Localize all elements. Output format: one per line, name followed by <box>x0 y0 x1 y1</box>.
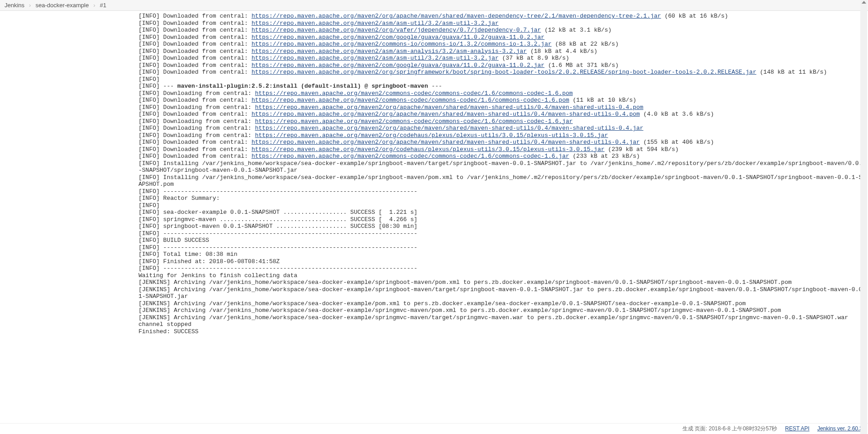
log-line: [INFO] Downloaded from central: https://… <box>138 153 868 160</box>
log-line: [JENKINS] Archiving /var/jenkins_home/wo… <box>138 307 868 314</box>
download-url[interactable]: https://repo.maven.apache.org/maven2/org… <box>255 132 608 139</box>
log-line: [INFO] Installing /var/jenkins_home/work… <box>138 160 868 174</box>
download-url[interactable]: https://repo.maven.apache.org/maven2/asm… <box>252 20 499 27</box>
log-line: [INFO] BUILD SUCCESS <box>138 237 868 244</box>
log-line: [INFO] ---------------------------------… <box>138 265 868 272</box>
download-url[interactable]: https://repo.maven.apache.org/maven2/com… <box>252 34 545 41</box>
log-line: [INFO] springboot-maven 0.0.1-SNAPSHOT .… <box>138 223 868 230</box>
log-line: [INFO] Installing /var/jenkins_home/work… <box>138 174 868 188</box>
scrollbar-track[interactable] <box>860 0 867 344</box>
log-line: [INFO] Downloaded from central: https://… <box>138 111 868 118</box>
download-url[interactable]: https://repo.maven.apache.org/maven2/com… <box>252 97 569 104</box>
download-url[interactable]: https://repo.maven.apache.org/maven2/com… <box>252 62 545 69</box>
download-url[interactable]: https://repo.maven.apache.org/maven2/org… <box>255 125 643 132</box>
download-url[interactable]: https://repo.maven.apache.org/maven2/com… <box>252 41 552 47</box>
log-line: [INFO] ---------------------------------… <box>138 244 868 251</box>
log-line: [INFO] Downloading from central: https:/… <box>138 132 868 139</box>
breadcrumb-jenkins[interactable]: Jenkins <box>5 2 24 9</box>
log-line: [INFO] ---------------------------------… <box>138 188 868 195</box>
log-line: [INFO] Total time: 08:38 min <box>138 251 868 258</box>
breadcrumb-build[interactable]: #1 <box>100 2 106 9</box>
log-line: [INFO] Reactor Summary: <box>138 195 868 202</box>
log-line: channel stopped <box>138 321 868 328</box>
download-url[interactable]: https://repo.maven.apache.org/maven2/com… <box>255 118 572 125</box>
log-line: [INFO] Downloaded from central: https://… <box>138 27 868 34</box>
log-line: [INFO] Downloaded from central: https://… <box>138 69 868 76</box>
download-url[interactable]: https://repo.maven.apache.org/maven2/org… <box>255 104 643 111</box>
download-url[interactable]: https://repo.maven.apache.org/maven2/asm… <box>252 55 499 61</box>
log-line: [INFO] Downloading from central: https:/… <box>138 125 868 132</box>
download-url[interactable]: https://repo.maven.apache.org/maven2/org… <box>252 111 640 118</box>
log-line: [INFO] Downloading from central: https:/… <box>138 90 868 97</box>
download-url[interactable]: https://repo.maven.apache.org/maven2/org… <box>252 27 541 33</box>
log-line: Waiting for Jenkins to finish collecting… <box>138 272 868 279</box>
download-url[interactable]: https://repo.maven.apache.org/maven2/com… <box>252 153 569 160</box>
breadcrumb-job[interactable]: sea-docker-example <box>35 2 89 9</box>
breadcrumb-separator: › <box>29 2 31 9</box>
download-url[interactable]: https://repo.maven.apache.org/maven2/org… <box>252 13 661 19</box>
log-line: [INFO] Downloaded from central: https://… <box>138 62 868 69</box>
download-url[interactable]: https://repo.maven.apache.org/maven2/org… <box>252 69 757 75</box>
log-line: Finished: SUCCESS <box>138 328 868 335</box>
plugin-header: maven-install-plugin:2.5.2:install (defa… <box>177 83 428 90</box>
log-line: [INFO] Downloaded from central: https://… <box>138 139 868 146</box>
log-line: [INFO] Downloaded from central: https://… <box>138 41 868 48</box>
log-line: [JENKINS] Archiving /var/jenkins_home/wo… <box>138 286 868 300</box>
log-line: [INFO] Downloaded from central: https://… <box>138 34 868 41</box>
log-line: [JENKINS] Archiving /var/jenkins_home/wo… <box>138 314 868 321</box>
log-line: [INFO] Downloaded from central: https://… <box>138 20 868 27</box>
scroll-up-icon[interactable] <box>862 1 866 4</box>
log-line: [INFO] Downloaded from central: https://… <box>138 13 868 20</box>
log-line: [INFO] Downloading from central: https:/… <box>138 118 868 125</box>
log-line: [INFO] springmvc-maven .................… <box>138 216 868 223</box>
download-url[interactable]: https://repo.maven.apache.org/maven2/org… <box>252 146 605 153</box>
download-url[interactable]: https://repo.maven.apache.org/maven2/asm… <box>252 48 527 55</box>
log-line: [INFO] Downloaded from central: https://… <box>138 48 868 55</box>
log-line: [INFO] Downloading from central: https:/… <box>138 104 868 111</box>
log-line: [INFO] --- maven-install-plugin:2.5.2:in… <box>138 83 868 90</box>
log-line: [INFO] <box>138 202 868 209</box>
log-line: [JENKINS] Archiving /var/jenkins_home/wo… <box>138 300 868 307</box>
log-line: [JENKINS] Archiving /var/jenkins_home/wo… <box>138 279 868 286</box>
log-line: [INFO] Finished at: 2018-06-08T08:41:58Z <box>138 258 868 265</box>
breadcrumb: Jenkins›sea-docker-example›#1 <box>0 0 868 11</box>
download-url[interactable]: https://repo.maven.apache.org/maven2/org… <box>252 139 640 146</box>
console-output: [INFO] Downloaded from central: https://… <box>0 11 868 344</box>
download-url[interactable]: https://repo.maven.apache.org/maven2/com… <box>255 90 572 97</box>
log-line: [INFO] Downloaded from central: https://… <box>138 55 868 62</box>
log-line: [INFO] Downloaded from central: https://… <box>138 97 868 104</box>
log-line: [INFO] ---------------------------------… <box>138 230 868 237</box>
breadcrumb-separator: › <box>93 2 95 9</box>
log-line: [INFO] sea-docker-example 0.0.1-SNAPSHOT… <box>138 209 868 216</box>
log-line: [INFO] Downloaded from central: https://… <box>138 146 868 153</box>
log-line: [INFO] <box>138 76 868 83</box>
